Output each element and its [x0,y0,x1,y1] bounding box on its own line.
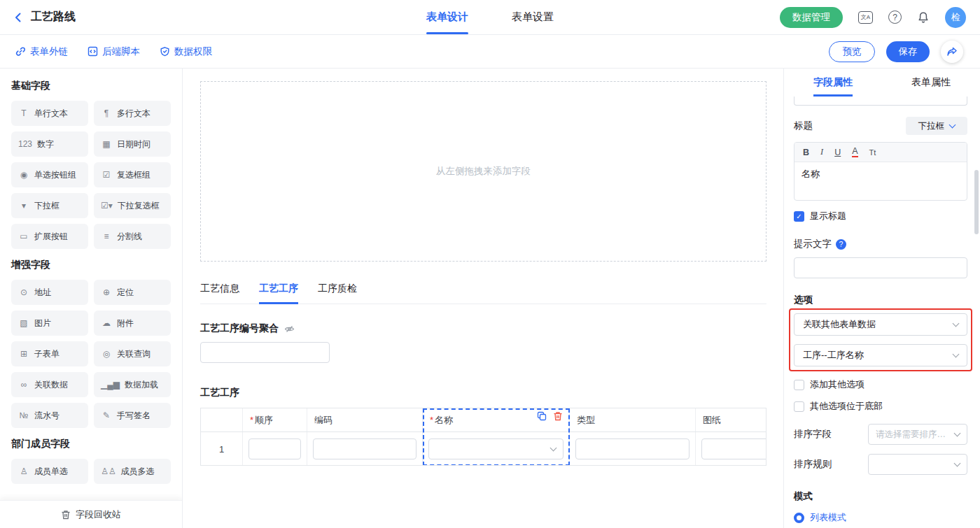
sidebar-field-single-line-text[interactable]: T单行文本 [11,101,88,126]
section-title-members: 部门成员字段 [11,438,171,450]
field-label: 地址 [34,287,51,299]
show-title-checkbox[interactable] [794,211,804,222]
font-color-button[interactable]: A [852,147,858,158]
sidebar-field-datetime[interactable]: ▦日期时间 [94,131,171,157]
sidebar-field-multi-select[interactable]: ☑▾下拉复选框 [94,193,171,218]
list-mode-radio[interactable] [794,513,804,523]
format-toolbar: B I U A Tt [794,143,967,162]
sub-toolbar: 表单外链 后端脚本 数据权限 预览 保存 [0,35,980,69]
backend-script-link[interactable]: 后端脚本 [88,45,140,58]
add-other-option-checkbox[interactable] [794,380,804,390]
tab-label: 表单属性 [911,76,951,89]
divider-icon: ≡ [101,231,112,241]
table-row: 1 [201,432,766,466]
hint-input[interactable] [794,257,967,278]
sidebar-field-linked-query[interactable]: ◎关联查询 [94,341,171,366]
sidebar-field-divider[interactable]: ≡分割线 [94,224,171,249]
code-input[interactable] [313,438,416,459]
column-label: 类型 [577,414,595,427]
sort-field-select[interactable]: 请选择需要排序的… [868,424,967,445]
type-input[interactable] [575,438,690,459]
trash-icon [553,411,563,421]
bold-button[interactable]: B [803,148,809,157]
italic-button[interactable]: I [820,147,823,157]
script-icon [88,46,98,57]
table-header-drawing[interactable]: 图纸 [696,408,766,431]
title-input[interactable]: 名称 [794,162,967,200]
bell-icon[interactable] [917,11,930,24]
sidebar-field-signature[interactable]: ✎手写签名 [94,403,171,428]
hint-help-icon[interactable]: ? [836,239,846,250]
sidebar-field-member-multi[interactable]: ♙♙成员多选 [94,459,171,484]
copy-column-button[interactable] [537,411,547,421]
sort-field-placeholder: 请选择需要排序的… [876,429,949,441]
table-header-type[interactable]: 类型 [570,408,696,431]
signature-icon: ✎ [101,411,112,420]
tab-label: 字段属性 [813,76,853,89]
avatar[interactable]: 检 [945,7,966,28]
clipped-input[interactable] [794,97,967,106]
tab-process-info[interactable]: 工艺信息 [200,283,239,304]
share-button[interactable] [941,41,963,63]
tab-operation-quality[interactable]: 工序质检 [318,283,357,304]
sidebar-field-location[interactable]: ⊕定位 [94,280,171,305]
section-title-enhanced: 增强字段 [11,259,171,271]
drawing-input[interactable] [701,438,766,459]
tab-form-properties[interactable]: 表单属性 [882,69,980,97]
data-manage-button[interactable]: 数据管理 [780,7,843,28]
sort-rule-label: 排序规则 [794,458,832,471]
datetime-icon: ▦ [101,139,112,149]
sidebar-field-data-load[interactable]: ▁▄▆数据加载 [94,372,171,397]
title-label: 标题 [794,120,813,132]
option-source-select[interactable]: 关联其他表单数据 [794,313,967,336]
sidebar-field-extend-button[interactable]: ▭扩展按钮 [11,224,88,249]
help-icon[interactable]: ? [888,10,902,24]
panel-scrollbar-thumb[interactable] [974,170,979,234]
field-label: 复选框组 [117,169,150,181]
table-header-sequence[interactable]: *顺序 [243,408,307,431]
sidebar-field-select[interactable]: ▾下拉框 [11,193,88,218]
table-header-code[interactable]: 编码 [307,408,423,431]
member-single-icon: ♙ [18,466,29,476]
drop-zone[interactable]: 从左侧拖拽来添加字段 [200,81,766,262]
sidebar-field-serial-number[interactable]: №流水号 [11,403,88,428]
sidebar-field-checkbox-group[interactable]: ☑复选框组 [94,162,171,187]
save-button[interactable]: 保存 [886,41,930,62]
tab-form-settings[interactable]: 表单设置 [512,0,554,34]
delete-column-button[interactable] [553,411,563,421]
underline-button[interactable]: U [834,148,841,157]
form-external-link[interactable]: 表单外链 [15,45,68,58]
section-title-basic: 基础字段 [11,80,171,92]
field-recycle-bin[interactable]: 字段回收站 [0,500,182,528]
preview-button[interactable]: 预览 [829,41,875,62]
sidebar-field-multi-line-text[interactable]: ¶多行文本 [94,101,171,126]
linked-data-icon: ∞ [18,380,29,390]
other-option-bottom-checkbox[interactable] [794,401,804,412]
row-index: 1 [201,432,243,466]
field-label: 附件 [117,317,134,329]
option-source-value: 关联其他表单数据 [803,318,876,331]
sidebar-field-linked-data[interactable]: ∞关联数据 [11,372,88,397]
sidebar-field-member-single[interactable]: ♙成员单选 [11,459,88,484]
sidebar-field-radio-group[interactable]: ◉单选按钮组 [11,162,88,187]
tab-process-operations[interactable]: 工艺工序 [259,283,298,304]
name-select[interactable] [428,438,564,459]
sidebar-field-image[interactable]: ▧图片 [11,311,88,336]
font-size-button[interactable]: Tt [869,148,876,157]
tab-field-properties[interactable]: 字段属性 [784,69,882,97]
sidebar-field-subform[interactable]: ⊞子表单 [11,341,88,366]
sort-rule-select[interactable] [868,454,967,475]
sequence-input[interactable] [248,438,301,459]
back-button[interactable] [13,12,24,23]
field-type-select[interactable]: 下拉框 [906,117,967,135]
field-label: 成员多选 [121,466,155,478]
aggregate-input[interactable] [200,342,330,363]
sidebar-field-address[interactable]: ⊙地址 [11,280,88,305]
form-section-tabs: 工艺信息 工艺工序 工序质检 [200,283,766,304]
sidebar-field-number[interactable]: 123数字 [11,131,88,157]
translate-icon[interactable]: 文A [858,11,873,24]
option-field-select[interactable]: 工序--工序名称 [794,344,967,366]
sidebar-field-attachment[interactable]: ☁附件 [94,311,171,336]
data-permission-link[interactable]: 数据权限 [160,45,212,58]
tab-form-design[interactable]: 表单设计 [426,0,468,34]
